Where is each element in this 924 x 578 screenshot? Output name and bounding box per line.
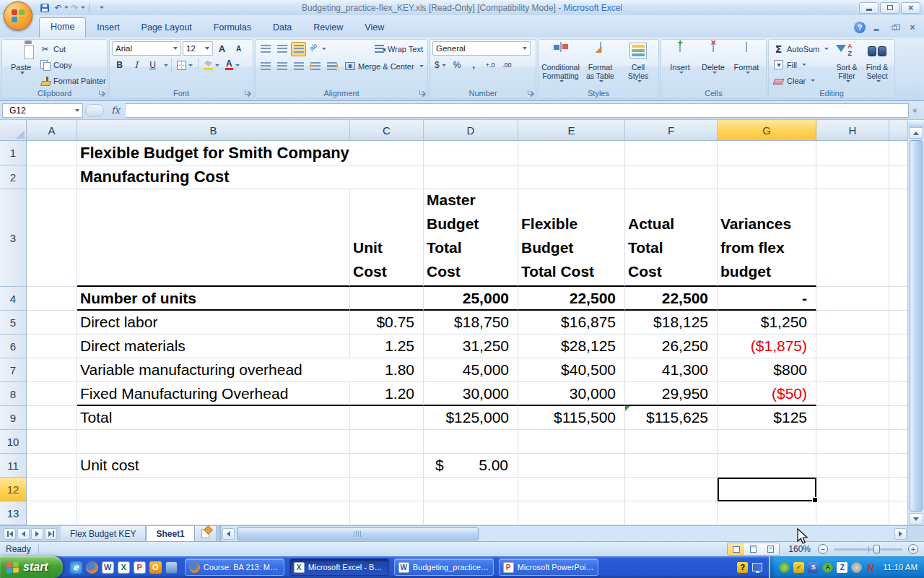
fill-button[interactable]: Fill [771,57,832,72]
redo-button[interactable]: ↷ [71,1,85,14]
cell[interactable] [350,501,424,525]
cell-label[interactable]: Variable manufacturing overhead [77,358,350,382]
cell-value[interactable]: $28,125 [518,335,625,358]
outlook-icon[interactable] [149,561,162,574]
internet-explorer-icon[interactable] [70,561,82,574]
cell[interactable] [27,335,77,358]
cell[interactable] [424,141,518,165]
sheet-tab-flex-budget-key[interactable]: Flex Budget KEY [61,526,146,541]
tab-data[interactable]: Data [262,19,302,38]
active-cell-g12[interactable] [718,478,816,501]
horizontal-scroll-track[interactable] [235,527,894,540]
formula-input[interactable] [125,103,909,118]
dialog-launcher-icon[interactable] [244,90,251,97]
display-icon[interactable] [752,563,762,571]
shrink-font-button[interactable]: A [231,41,246,56]
font-size-select[interactable]: 12 [183,41,213,56]
office-button[interactable] [4,1,32,30]
cell-value[interactable]: $125 [718,406,816,430]
copy-button[interactable]: Copy [38,57,108,72]
split-handle[interactable] [908,120,924,126]
task-excel-active[interactable]: Microsoft Excel - Bud... [289,558,389,576]
undo-button[interactable]: ↶ [54,1,69,14]
scroll-right-button[interactable] [894,528,907,540]
cell-label[interactable]: Direct labor [77,311,350,335]
conditional-formatting-button[interactable]: Conditional Formatting [541,41,580,89]
expand-formula-bar-icon[interactable]: » [911,104,920,117]
middle-align-button[interactable] [274,42,289,56]
cell-value[interactable]: $0.75 [350,311,424,335]
cell[interactable] [77,478,350,501]
cell-value[interactable]: $18,750 [424,311,518,335]
cell[interactable] [625,454,718,478]
close-button[interactable] [901,2,920,14]
cell[interactable] [350,478,424,501]
scroll-left-button[interactable] [222,528,235,540]
increase-indent-button[interactable] [324,59,339,74]
format-painter-button[interactable]: Format Painter [38,73,108,88]
vertical-scroll-thumb[interactable] [910,140,923,512]
decrease-indent-button[interactable] [308,59,323,74]
cell-value[interactable]: $40,500 [518,358,625,382]
cell[interactable] [718,430,816,454]
bold-button[interactable]: B [112,58,127,72]
task-firefox-course[interactable]: Course: BA 213: Man... [185,558,284,576]
workbook-close-button[interactable] [905,22,920,33]
cell-value-negative[interactable]: ($50) [718,382,816,406]
zoom-in-button[interactable]: + [908,544,918,554]
cell[interactable] [718,165,816,189]
previous-sheet-button[interactable] [17,528,30,540]
scroll-up-button[interactable] [909,127,923,139]
cell[interactable] [518,165,625,189]
dialog-launcher-icon[interactable] [98,90,105,97]
row-header-1[interactable]: 1 [0,141,27,165]
cell[interactable] [816,358,889,382]
cell-value[interactable]: 25,000 [424,287,518,311]
column-header-g-selected[interactable]: G [718,120,816,141]
first-sheet-button[interactable] [4,528,16,540]
cell[interactable] [625,165,718,189]
cell[interactable] [816,287,889,311]
row-header-9[interactable]: 9 [0,406,27,430]
row-header-4[interactable]: 4 [0,287,27,311]
vertical-scrollbar[interactable] [907,120,924,525]
header-actual-total[interactable]: Actual Total Cost [625,189,718,287]
cell-value[interactable]: 22,500 [625,287,718,311]
align-left-button[interactable] [258,59,273,74]
cell[interactable] [518,141,625,165]
column-header-e[interactable]: E [518,120,625,141]
grow-font-button[interactable]: A [214,41,230,56]
cell[interactable] [816,335,889,358]
decrease-decimal-button[interactable]: .00 [500,58,515,72]
format-as-table-button[interactable]: Format as Table [580,41,620,89]
row-header-12-selected[interactable]: 12 [0,478,27,501]
cell[interactable] [816,189,889,287]
zoom-slider[interactable] [834,548,902,551]
cell-value[interactable]: 30,000 [424,382,518,406]
cell[interactable] [27,141,77,165]
page-layout-view-button[interactable] [745,543,762,555]
percent-style-button[interactable]: % [450,58,465,72]
font-name-select[interactable]: Arial [112,41,181,56]
cell[interactable] [350,141,424,165]
dialog-launcher-icon[interactable] [527,90,534,97]
cell-value[interactable]: - [718,287,816,311]
cell-value[interactable]: 45,000 [424,358,518,382]
cell[interactable] [816,501,889,525]
cell[interactable] [816,406,889,430]
accounting-format-button[interactable]: $ [432,58,448,72]
horizontal-scrollbar[interactable] [221,526,907,541]
tray-app-icon[interactable] [808,562,819,573]
cell[interactable] [718,454,816,478]
cell[interactable] [816,478,889,501]
header-master-budget[interactable]: Master Budget Total Cost [424,189,518,287]
cell[interactable] [27,478,77,501]
column-header-d[interactable]: D [424,120,518,141]
insert-function-button[interactable]: fx [106,105,125,116]
row-header-7[interactable]: 7 [0,358,27,382]
paste-button[interactable]: Paste [4,41,38,89]
row-header-6[interactable]: 6 [0,335,27,358]
cell[interactable] [350,165,424,189]
cell[interactable] [518,430,625,454]
zoom-level[interactable]: 160% [788,544,811,554]
